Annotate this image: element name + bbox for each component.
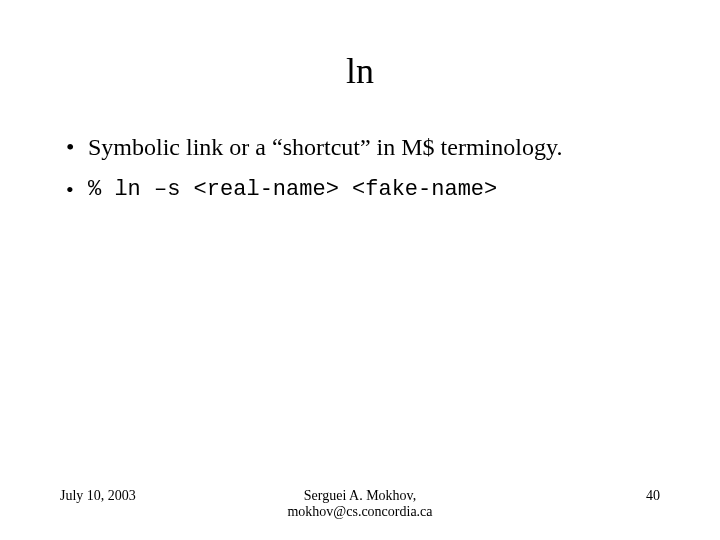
bullet-item-code: % ln –s <real-name> <fake-name> (60, 176, 660, 205)
footer-author-name: Serguei A. Mokhov, (260, 488, 460, 504)
footer-author-email: mokhov@cs.concordia.ca (260, 504, 460, 520)
bullet-item: Symbolic link or a “shortcut” in M$ term… (60, 132, 660, 162)
slide-title: ln (60, 50, 660, 92)
footer-page-number: 40 (460, 488, 660, 504)
footer-author: Serguei A. Mokhov, mokhov@cs.concordia.c… (260, 488, 460, 520)
footer-date: July 10, 2003 (60, 488, 260, 504)
bullet-list: Symbolic link or a “shortcut” in M$ term… (60, 132, 660, 205)
slide-footer: July 10, 2003 Serguei A. Mokhov, mokhov@… (0, 488, 720, 520)
slide: ln Symbolic link or a “shortcut” in M$ t… (0, 0, 720, 540)
